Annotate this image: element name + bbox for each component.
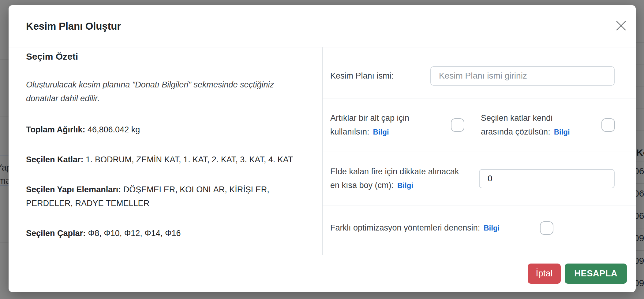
calculate-button[interactable]: HESAPLA [565, 264, 627, 284]
kesim-plani-olustur-modal: Kesim Planı Oluştur Seçim Özeti Oluşturu… [9, 5, 636, 292]
plan-name-label: Kesim Planı ismi: [330, 69, 430, 83]
background-row-line [0, 214, 9, 214]
background-tab-border [0, 156, 9, 156]
optimization-checkbox[interactable] [540, 221, 553, 235]
optimization-info-link[interactable]: Bilgi [484, 224, 500, 232]
summary-item-label: Seçilen Çaplar: [26, 229, 86, 238]
background-table-cell: 06 [636, 188, 644, 199]
floors-option-label: Seçilen katlar kendi arasında çözülsün:B… [481, 111, 582, 139]
background-row-line [636, 161, 644, 161]
background-row-line [636, 108, 644, 109]
summary-item-label: Toplam Ağırlık: [26, 125, 85, 134]
summary-item-label: Seçilen Yapı Elemanları: [26, 185, 121, 194]
background-table-cell: 06 [636, 166, 644, 176]
leftover-checkbox[interactable] [451, 118, 464, 132]
background-row-line [0, 88, 9, 88]
background-row-line [636, 86, 644, 87]
leftover-option-group: Artıklar bir alt çap için kullanılsın:Bi… [323, 98, 472, 152]
background-row-line [636, 250, 644, 251]
background-row-line [636, 183, 644, 184]
summary-item-total-weight: Toplam Ağırlık: 46,806.042 kg [26, 123, 304, 137]
background-row-line [0, 242, 9, 243]
modal-footer: İptal HESAPLA [9, 255, 636, 292]
min-length-info-link[interactable]: Bilgi [397, 181, 413, 190]
optimization-text: Farklı optimizasyon yöntemleri denensin: [330, 223, 480, 232]
summary-item-selected-elements: Seçilen Yapı Elemanları: DÖŞEMELER, KOLO… [26, 183, 286, 210]
min-length-input[interactable] [479, 169, 615, 188]
modal-title: Kesim Planı Oluştur [26, 20, 121, 32]
floors-option-group: Seçilen katlar kendi arasında çözülsün:B… [472, 98, 636, 152]
summary-item-selected-floors: Seçilen Katlar: 1. BODRUM, ZEMİN KAT, 1.… [26, 153, 304, 167]
background-table-cell: 09 [636, 233, 644, 243]
background-row-line [636, 130, 644, 131]
background-left-strip: Yap ma [0, 0, 9, 299]
leftover-info-link[interactable]: Bilgi [373, 128, 389, 136]
optimization-row: Farklı optimizasyon yöntemleri denensin:… [323, 205, 636, 255]
plan-name-row: Kesim Planı ismi: [323, 47, 636, 98]
cancel-button[interactable]: İptal [528, 264, 561, 284]
background-row-line [636, 273, 644, 273]
background-tab-border [0, 186, 9, 186]
background-row-line [636, 206, 644, 206]
close-icon [616, 20, 626, 32]
cutting-plan-form-panel: Kesim Planı ismi: Artıklar bir alt çap i… [322, 47, 636, 255]
background-clipped-text: ma [0, 176, 9, 186]
background-row-line [636, 42, 644, 42]
summary-heading: Seçim Özeti [26, 51, 304, 62]
background-row-line [0, 148, 9, 148]
background-row-line [636, 228, 644, 228]
background-table-cell: 09 [636, 256, 644, 266]
background-row-line [0, 116, 9, 116]
background-right-strip: Ko 06 06 06 09 09 09 [636, 0, 644, 299]
summary-item-value: 1. BODRUM, ZEMİN KAT, 1. KAT, 2. KAT, 3.… [86, 155, 293, 164]
leftover-option-label: Artıklar bir alt çap için kullanılsın:Bi… [330, 111, 437, 139]
background-row-line [0, 31, 9, 31]
background-row-line [636, 295, 644, 295]
selection-summary-panel: Seçim Özeti Oluşturulacak kesim planına … [9, 47, 322, 255]
summary-item-selected-diameters: Seçilen Çaplar: Φ8, Φ10, Φ12, Φ14, Φ16 [26, 227, 304, 240]
background-row-line [636, 64, 644, 65]
summary-item-value: Φ8, Φ10, Φ12, Φ14, Φ16 [88, 229, 181, 238]
background-row-line [0, 59, 9, 60]
plan-name-input[interactable] [430, 66, 615, 86]
modal-body: Seçim Özeti Oluşturulacak kesim planına … [9, 47, 636, 255]
summary-item-value: 46,806.042 kg [88, 125, 140, 134]
floors-info-link[interactable]: Bilgi [554, 128, 570, 136]
min-length-text: Elde kalan fire için dikkate alınacak en… [330, 167, 459, 190]
screen: Yap ma Ko 06 06 06 09 09 09 Kesim Planı … [0, 0, 644, 299]
optimization-label: Farklı optimizasyon yöntemleri denensin:… [330, 221, 500, 235]
modal-header: Kesim Planı Oluştur [9, 5, 636, 47]
options-row: Artıklar bir alt çap için kullanılsın:Bi… [323, 98, 636, 152]
background-table-cell: 06 [636, 211, 644, 221]
leftover-option-text: Artıklar bir alt çap için kullanılsın: [330, 113, 409, 136]
background-row-line [0, 271, 9, 271]
background-clipped-text: Yap [0, 163, 9, 173]
summary-item-label: Seçilen Katlar: [26, 155, 84, 164]
floors-option-text: Seçilen katlar kendi arasında çözülsün: [481, 113, 552, 136]
close-button[interactable] [614, 19, 628, 33]
summary-note: Oluşturulacak kesim planına "Donatı Bilg… [26, 78, 303, 105]
floors-checkbox[interactable] [601, 118, 615, 132]
min-length-label: Elde kalan fire için dikkate alınacak en… [330, 165, 463, 192]
min-length-row: Elde kalan fire için dikkate alınacak en… [323, 152, 636, 205]
background-table-header: Ko [636, 147, 644, 158]
background-table-cell: 09 [636, 278, 644, 288]
